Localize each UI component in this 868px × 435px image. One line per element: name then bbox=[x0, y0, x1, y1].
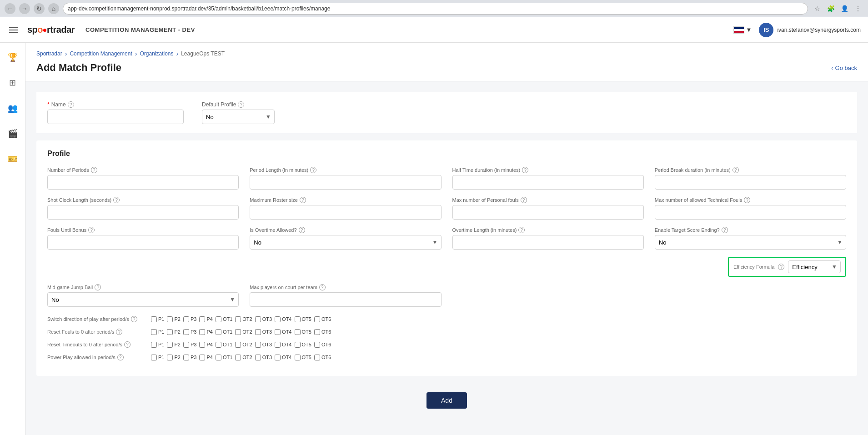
power-play-ot2[interactable] bbox=[235, 355, 241, 360]
profile-btn[interactable]: 👤 bbox=[839, 3, 850, 14]
reset-fouls-ot2[interactable] bbox=[235, 329, 241, 335]
bookmark-btn[interactable]: ☆ bbox=[812, 3, 823, 14]
reset-timeouts-ot2[interactable] bbox=[235, 342, 241, 348]
switch-ot2-checkbox[interactable] bbox=[235, 316, 241, 322]
reset-fouls-ot4[interactable] bbox=[275, 329, 281, 335]
enable-target-score-help[interactable]: ? bbox=[722, 227, 728, 233]
home-btn[interactable]: ⌂ bbox=[48, 3, 59, 14]
sidebar-item-video[interactable]: 🎬 bbox=[4, 125, 22, 143]
fouls-until-bonus-input[interactable] bbox=[47, 235, 239, 250]
default-profile-select[interactable]: No Yes bbox=[202, 110, 275, 124]
halftime-input[interactable] bbox=[452, 175, 644, 190]
switch-ot3-checkbox[interactable] bbox=[255, 316, 261, 322]
shot-clock-input[interactable] bbox=[47, 205, 239, 220]
switch-ot6-checkbox[interactable] bbox=[314, 316, 320, 322]
reset-fouls-p2[interactable] bbox=[167, 329, 173, 335]
max-roster-input[interactable] bbox=[250, 205, 441, 220]
num-periods-input[interactable] bbox=[47, 175, 239, 190]
fouls-until-bonus-help[interactable]: ? bbox=[88, 227, 95, 233]
reset-fouls-p1[interactable] bbox=[151, 329, 157, 335]
reset-timeouts-ot4[interactable] bbox=[275, 342, 281, 348]
menu-btn[interactable]: ⋮ bbox=[853, 3, 863, 14]
switch-ot1-checkbox[interactable] bbox=[216, 316, 221, 322]
switch-ot5-checkbox[interactable] bbox=[295, 316, 301, 322]
forward-nav-btn[interactable]: → bbox=[19, 3, 30, 14]
reload-btn[interactable]: ↻ bbox=[34, 3, 45, 14]
max-personal-fouls-help[interactable]: ? bbox=[521, 197, 527, 203]
sidebar-item-badge[interactable]: 🎫 bbox=[4, 150, 22, 168]
switch-p2-checkbox[interactable] bbox=[167, 316, 173, 322]
power-play-ot4[interactable] bbox=[275, 355, 281, 360]
back-nav-btn[interactable]: ← bbox=[5, 3, 15, 14]
period-break-help[interactable]: ? bbox=[733, 167, 739, 173]
max-technical-fouls-input[interactable] bbox=[655, 205, 846, 220]
shot-clock-help[interactable]: ? bbox=[113, 197, 120, 203]
browser-bar: ← → ↻ ⌂ ☆ 🧩 👤 ⋮ bbox=[0, 0, 868, 17]
add-button[interactable]: Add bbox=[426, 392, 467, 409]
reset-timeouts-ot5[interactable] bbox=[295, 342, 301, 348]
sidebar-item-grid[interactable]: ⊞ bbox=[4, 74, 22, 92]
reset-timeouts-p4[interactable] bbox=[199, 342, 205, 348]
period-length-help[interactable]: ? bbox=[310, 167, 316, 173]
mid-game-help[interactable]: ? bbox=[95, 284, 101, 290]
max-players-input[interactable] bbox=[250, 292, 441, 307]
extensions-btn[interactable]: 🧩 bbox=[825, 3, 836, 14]
power-play-ot3[interactable] bbox=[255, 355, 261, 360]
period-break-input[interactable] bbox=[655, 175, 846, 190]
mid-game-select[interactable]: No Yes bbox=[47, 292, 239, 307]
reset-timeouts-ot6[interactable] bbox=[314, 342, 320, 348]
max-roster-help[interactable]: ? bbox=[300, 197, 306, 203]
reset-fouls-ot5[interactable] bbox=[295, 329, 301, 335]
address-bar[interactable] bbox=[63, 3, 808, 15]
efficiency-formula-select[interactable]: Efficiency Custom bbox=[788, 260, 841, 273]
reset-fouls-ot6[interactable] bbox=[314, 329, 320, 335]
num-periods-help[interactable]: ? bbox=[91, 167, 97, 173]
breadcrumb-organizations[interactable]: Organizations bbox=[140, 50, 173, 57]
name-input[interactable] bbox=[47, 110, 184, 124]
language-selector[interactable]: ▼ bbox=[733, 26, 752, 34]
max-players-help[interactable]: ? bbox=[319, 284, 326, 290]
reset-fouls-p4[interactable] bbox=[199, 329, 205, 335]
reset-fouls-ot3[interactable] bbox=[255, 329, 261, 335]
reset-timeouts-p2[interactable] bbox=[167, 342, 173, 348]
power-play-p4[interactable] bbox=[199, 355, 205, 360]
hamburger-btn[interactable] bbox=[7, 25, 20, 35]
reset-timeouts-p1[interactable] bbox=[151, 342, 157, 348]
is-overtime-help[interactable]: ? bbox=[299, 227, 305, 233]
power-play-ot5[interactable] bbox=[295, 355, 301, 360]
max-personal-fouls-input[interactable] bbox=[452, 205, 644, 220]
switch-p1-checkbox[interactable] bbox=[151, 316, 157, 322]
power-play-ot6[interactable] bbox=[314, 355, 320, 360]
breadcrumb-competition-management[interactable]: Competition Management bbox=[70, 50, 132, 57]
switch-ot4-checkbox[interactable] bbox=[275, 316, 281, 322]
switch-direction-help[interactable]: ? bbox=[131, 316, 137, 322]
power-play-p2[interactable] bbox=[167, 355, 173, 360]
enable-target-score-select[interactable]: No Yes bbox=[655, 235, 846, 250]
power-play-p1[interactable] bbox=[151, 355, 157, 360]
reset-timeouts-p3[interactable] bbox=[183, 342, 189, 348]
reset-fouls-p3[interactable] bbox=[183, 329, 189, 335]
reset-fouls-help[interactable]: ? bbox=[116, 329, 122, 335]
power-play-help[interactable]: ? bbox=[117, 354, 124, 360]
switch-p4-checkbox[interactable] bbox=[199, 316, 205, 322]
sidebar-item-people[interactable]: 👥 bbox=[4, 99, 22, 117]
default-profile-help-icon[interactable]: ? bbox=[238, 101, 244, 108]
halftime-help[interactable]: ? bbox=[522, 167, 528, 173]
reset-timeouts-ot3[interactable] bbox=[255, 342, 261, 348]
overtime-length-input[interactable] bbox=[452, 235, 644, 250]
reset-timeouts-ot1[interactable] bbox=[216, 342, 221, 348]
breadcrumb-sportradar[interactable]: Sportradar bbox=[36, 50, 62, 57]
period-length-input[interactable] bbox=[250, 175, 441, 190]
reset-fouls-ot1[interactable] bbox=[216, 329, 221, 335]
reset-timeouts-help[interactable]: ? bbox=[124, 341, 130, 348]
is-overtime-select[interactable]: No Yes bbox=[250, 235, 441, 250]
max-technical-fouls-help[interactable]: ? bbox=[744, 197, 750, 203]
sidebar-item-trophy[interactable]: 🏆 bbox=[4, 48, 22, 66]
go-back-button[interactable]: ‹ Go back bbox=[831, 65, 857, 71]
power-play-ot1[interactable] bbox=[216, 355, 221, 360]
efficiency-help-icon[interactable]: ? bbox=[778, 264, 784, 270]
switch-p3-checkbox[interactable] bbox=[183, 316, 189, 322]
name-help-icon[interactable]: ? bbox=[68, 101, 74, 108]
power-play-p3[interactable] bbox=[183, 355, 189, 360]
overtime-length-help[interactable]: ? bbox=[518, 227, 525, 233]
